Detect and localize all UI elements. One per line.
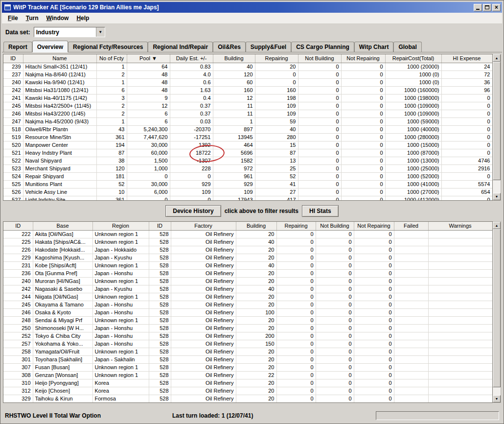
column-header[interactable]: Region <box>92 222 149 230</box>
tab-oil-res[interactable]: Oil&Res <box>213 42 246 52</box>
column-header[interactable]: Name <box>23 54 96 63</box>
column-header[interactable]: Not Building <box>316 222 354 230</box>
menu-file[interactable]: File <box>4 14 22 23</box>
table-cell: 0 <box>298 165 341 172</box>
table-row[interactable]: 226Hakodate [Hokkaid...Japan - Hokkaido5… <box>3 246 492 254</box>
table-row[interactable]: 252Tokyo & Chiba CityJapan - Honshu528Oi… <box>3 332 492 340</box>
scroll-up-button[interactable]: ▲ <box>493 222 501 229</box>
table-row[interactable]: 312Keijo [Chosen]Korea528Oil Refinery200… <box>3 387 492 395</box>
table-row[interactable]: 526Vehicle Assy Line106,0001091092700100… <box>3 188 492 196</box>
table-cell: 0 <box>298 118 341 125</box>
menu-window[interactable]: Window <box>42 14 72 23</box>
table-row[interactable]: 250Shimonoseki [W H...Japan - Honshu528O… <box>3 324 492 332</box>
scroll-thumb[interactable] <box>493 229 501 387</box>
tab-regional-ind-repair[interactable]: Regional Ind/Repair <box>148 42 213 52</box>
table-row[interactable]: 301Toyohara [Sakhalin]Japan - Sakhalin52… <box>3 355 492 363</box>
table-row[interactable]: 518Oilwell/Rbr Plantn435,240,300-2037089… <box>3 125 492 133</box>
column-header[interactable]: Not Repairing <box>354 222 394 230</box>
column-header[interactable]: Repairing <box>276 222 316 230</box>
scroll-down-button[interactable]: ▼ <box>493 395 501 402</box>
combobox-arrow-button[interactable]: ▼ <box>96 27 105 37</box>
column-header[interactable]: Building <box>236 222 276 230</box>
table-row[interactable]: 241Kawski Ha-40/1175 (1/42)390.412198001… <box>3 94 492 102</box>
scroll-track[interactable] <box>493 229 501 395</box>
tab-regional-fcty-resources[interactable]: Regional Fcty/Resources <box>68 42 148 52</box>
tab-cs-cargo-planning[interactable]: CS Cargo Planning <box>291 42 354 52</box>
dataset-combobox[interactable]: Industry ▼ <box>34 27 105 37</box>
table-row[interactable]: 242Mitsbsi Ha31/1080 (12/41)6481.6316016… <box>3 86 492 94</box>
table-row[interactable]: 240Kawski Ha-9/940 (12/41)1480.660000100… <box>3 78 492 86</box>
column-header[interactable]: No of Fcty <box>96 54 127 63</box>
table-cell: 0 <box>255 71 298 78</box>
table-row[interactable]: 248Sendai & Miyagi PrfUnknown region 152… <box>3 316 492 324</box>
table-row[interactable]: 307Fusan [Busan]Unknown region 1528Oil R… <box>3 363 492 371</box>
table-row[interactable]: 245Okayama & TamanoJapan - Honshu528Oil … <box>3 301 492 308</box>
column-header[interactable]: HI Expense <box>441 54 492 63</box>
table-row[interactable]: 229Kagoshima [Kyush...Japan - Kyushu528O… <box>3 254 492 261</box>
industry-table-scrollbar[interactable]: ▲ ▼ <box>493 54 501 201</box>
table-cell: Oil Refinery <box>171 387 236 395</box>
table-row[interactable]: 519Resource Mine/Stn3617,447,620-1725113… <box>3 133 492 141</box>
table-row[interactable]: 520Manpower Center19430,0001392464150010… <box>3 141 492 149</box>
table-row[interactable]: 237Nakjma Ha-8/640 (12/41)2484.012000010… <box>3 71 492 78</box>
title-bar[interactable]: WitP Tracker AE [Scenario 129 Brian Alli… <box>2 2 502 13</box>
table-row[interactable]: 242Nagasaki & SaseboJapan - Kyushu528Oil… <box>3 285 492 293</box>
table-row[interactable]: 245Mitsbsi Ha42/2500+ (11/45)2120.371110… <box>3 102 492 110</box>
scroll-down-button[interactable]: ▼ <box>493 193 501 200</box>
table-row[interactable]: 246Osaka & KyotoJapan - Honshu528Oil Ref… <box>3 308 492 316</box>
column-header[interactable]: Failed <box>394 222 428 230</box>
base-table-scrollbar[interactable]: ▲ ▼ <box>493 221 501 403</box>
scroll-track[interactable] <box>493 62 501 193</box>
column-header[interactable]: Daily Est. +/- <box>170 54 213 63</box>
column-header[interactable]: Building <box>213 54 255 63</box>
column-header[interactable]: RepairCost(Total) <box>385 54 441 63</box>
table-row[interactable]: 231Kobe [Ships/Acft]Unknown region 1528O… <box>3 261 492 269</box>
table-cell: 1000 (87000) <box>385 149 441 157</box>
hi-stats-button[interactable]: HI Stats <box>302 205 339 217</box>
close-button[interactable]: × <box>492 4 501 11</box>
table-row[interactable]: 247Nakjma Ha-45/2000 (9/43)160.031590010… <box>3 118 492 125</box>
table-row[interactable]: 225Hakata [Ships/AC&...Unknown region 15… <box>3 238 492 246</box>
table-row[interactable]: 522Naval Shipyard381,500-130715821300100… <box>3 157 492 165</box>
table-row[interactable]: 257Yokohama & Yoko...Japan - Honshu528Oi… <box>3 340 492 348</box>
minimize-button[interactable] <box>474 4 482 11</box>
table-row[interactable]: 527Light Indstry Site3610017943417001000… <box>3 196 492 201</box>
table-row[interactable]: 239Hitachi Small<351 (12/41)1640.8340200… <box>3 63 492 71</box>
column-header[interactable]: Factory <box>171 222 236 230</box>
table-row[interactable]: 521Heavy Indstry Plant8760,0001872256968… <box>3 149 492 157</box>
table-row[interactable]: 258Yamagata/Oil/FruitUnknown region 1528… <box>3 348 492 355</box>
column-header[interactable]: Warnings <box>428 222 492 230</box>
column-header[interactable]: ID <box>3 54 23 63</box>
column-header[interactable]: ID <box>3 222 33 230</box>
tab-supply-fuel[interactable]: Supply&Fuel <box>246 42 291 52</box>
table-row[interactable]: 310Heijo [Pyongyang]Korea528Oil Refinery… <box>3 379 492 387</box>
table-row[interactable]: 246Mitsbsi Ha43/2200 (1/45)260.371110900… <box>3 110 492 118</box>
tab-overview[interactable]: Overview <box>32 41 68 52</box>
table-row[interactable]: 244Niigata [Oil/NGas]Unknown region 1528… <box>3 293 492 301</box>
device-history-button[interactable]: Device History <box>165 205 221 217</box>
scroll-up-button[interactable]: ▲ <box>493 54 501 62</box>
column-header[interactable]: ID <box>149 222 171 230</box>
table-row[interactable]: 240Muroran [HI/NGas]Unknown region 1528O… <box>3 277 492 285</box>
table-row[interactable]: 222Akita [Oil/NGas]Unknown region 1528Oi… <box>3 230 492 238</box>
table-row[interactable]: 523Merchant Shipyard1201,000228972250010… <box>3 165 492 172</box>
column-header[interactable]: Repairing <box>255 54 298 63</box>
table-cell: Vehicle Assy Line <box>23 188 96 196</box>
menu-turn[interactable]: Turn <box>22 14 43 23</box>
column-header[interactable]: Not Building <box>298 54 341 63</box>
table-row[interactable]: 525Munitions Plant5230,00092992941001000… <box>3 180 492 188</box>
scroll-thumb[interactable] <box>493 62 501 180</box>
column-header[interactable]: Pool ▼ <box>127 54 170 63</box>
tab-global[interactable]: Global <box>393 42 421 52</box>
tab-witp-chart[interactable]: Witp Chart <box>354 42 394 52</box>
menu-help[interactable]: Help <box>72 14 93 23</box>
column-header[interactable]: Not Repairing <box>341 54 385 63</box>
column-header[interactable]: Base <box>33 222 92 230</box>
table-row[interactable]: 308Genzan [Wonsan]Unknown region 1528Oil… <box>3 371 492 379</box>
menu-bar: FileTurnWindowHelp <box>2 13 502 24</box>
table-row[interactable]: 329Taihoku & KirunFormosa528Oil Refinery… <box>3 395 492 402</box>
table-row[interactable]: 236Ota [Gunma Pref]Japan - Honshu528Oil … <box>3 269 492 277</box>
maximize-button[interactable] <box>483 4 491 11</box>
tab-report[interactable]: Report <box>3 42 32 52</box>
table-row[interactable]: 524Repair Shipyard1810096152001000 (5200… <box>3 172 492 180</box>
